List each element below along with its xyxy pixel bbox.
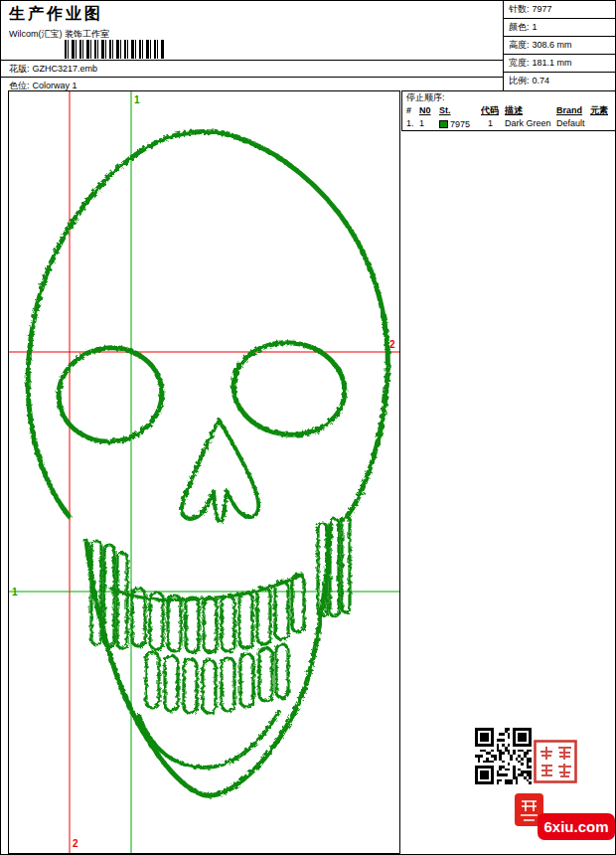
col-code: 代码 bbox=[481, 104, 505, 117]
stat-value: 181.1 mm bbox=[533, 55, 572, 72]
lower-teeth bbox=[146, 644, 288, 713]
barcode bbox=[65, 40, 164, 59]
end-marker-bottom: 2 bbox=[73, 838, 78, 849]
design-canvas: 1 1 2 2 bbox=[8, 90, 400, 854]
cell-element bbox=[590, 117, 616, 130]
stat-label: 颜色: bbox=[509, 19, 530, 36]
qr-svg bbox=[475, 728, 532, 784]
cell-n0: 1 bbox=[419, 117, 439, 130]
cell-st: 7975 bbox=[439, 117, 481, 130]
cell-brand: Default bbox=[556, 117, 590, 130]
seal-glyphs bbox=[540, 747, 571, 777]
col-desc: 描述 bbox=[505, 104, 556, 117]
colorway-label: 色位: bbox=[9, 81, 30, 90]
stat-value: 0.74 bbox=[533, 73, 550, 90]
seal-svg bbox=[534, 740, 577, 783]
stop-sequence-row: 1. 1 7975 1 Dark Green Default bbox=[402, 117, 616, 130]
red-seal bbox=[534, 740, 577, 783]
site-logo: 6xiu.com bbox=[538, 813, 615, 840]
page-title: 生产作业图 bbox=[9, 4, 103, 25]
design-stats: 针数:7977 颜色:1 高度:308.6 mm 宽度:181.1 mm 比例:… bbox=[503, 1, 616, 90]
guide-lines bbox=[9, 91, 399, 853]
design-svg: 1 1 2 2 bbox=[9, 91, 399, 853]
production-worksheet: 生产作业图 Wilcom(汇宝) 装饰工作室 花版:GZHC3217.emb 色… bbox=[0, 0, 616, 855]
qr-code bbox=[475, 728, 532, 784]
stat-value: 308.6 mm bbox=[533, 37, 572, 54]
stat-label: 高度: bbox=[509, 37, 530, 54]
cell-desc: Dark Green bbox=[505, 117, 556, 130]
col-num: # bbox=[406, 104, 419, 117]
stat-label: 比例: bbox=[509, 73, 530, 90]
stat-height: 高度:308.6 mm bbox=[504, 37, 616, 55]
cell-num: 1. bbox=[406, 117, 419, 130]
stat-label: 针数: bbox=[509, 1, 530, 18]
color-swatch bbox=[439, 120, 448, 128]
stat-stitch-count: 针数:7977 bbox=[504, 1, 616, 19]
stat-colors: 颜色:1 bbox=[504, 19, 616, 37]
header-divider bbox=[1, 77, 503, 78]
col-st: St. bbox=[439, 104, 481, 117]
col-n0: N0 bbox=[419, 104, 439, 117]
stat-width: 宽度:181.1 mm bbox=[504, 55, 616, 73]
cranium-outline bbox=[28, 132, 387, 518]
colorway-value: Colorway 1 bbox=[33, 81, 77, 90]
end-marker-right: 2 bbox=[389, 339, 395, 350]
skull-stitches bbox=[28, 132, 387, 796]
stat-scale: 比例:0.74 bbox=[504, 73, 616, 90]
start-marker-left: 1 bbox=[12, 587, 18, 598]
pattern-field: 花版:GZHC3217.emb bbox=[9, 63, 97, 76]
pattern-value: GZHC3217.emb bbox=[33, 64, 98, 74]
pattern-label: 花版: bbox=[9, 64, 30, 74]
stop-sequence-header: # N0 St. 代码 描述 Brand 元素 bbox=[402, 104, 616, 117]
header-divider bbox=[1, 60, 503, 61]
stop-sequence-panel: 停止顺序: # N0 St. 代码 描述 Brand 元素 1. 1 7975 … bbox=[401, 90, 616, 131]
stat-label: 宽度: bbox=[509, 55, 530, 72]
stitch-count: 7975 bbox=[450, 118, 470, 130]
col-element: 元素 bbox=[590, 104, 616, 117]
stop-sequence-title: 停止顺序: bbox=[402, 91, 616, 104]
cell-code: 1 bbox=[481, 117, 505, 130]
stat-value: 1 bbox=[533, 19, 538, 36]
col-brand: Brand bbox=[556, 104, 590, 117]
stat-value: 7977 bbox=[533, 1, 552, 18]
nose-cavity bbox=[182, 420, 258, 521]
start-marker-top: 1 bbox=[134, 94, 140, 105]
